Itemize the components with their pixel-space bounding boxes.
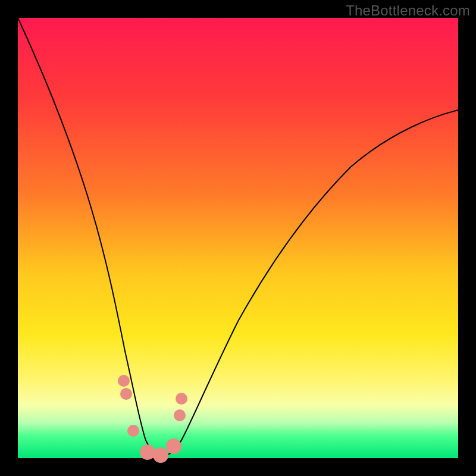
data-marker — [120, 388, 132, 400]
plot-area — [18, 18, 458, 458]
data-marker — [166, 439, 181, 454]
data-marker — [118, 375, 130, 387]
data-marker — [153, 447, 168, 463]
curve-path — [18, 18, 458, 455]
chart-frame: TheBottleneck.com — [0, 0, 476, 476]
data-marker — [174, 409, 186, 421]
watermark-text: TheBottleneck.com — [346, 2, 470, 19]
curve-svg — [18, 18, 458, 458]
data-marker — [127, 425, 139, 437]
data-marker — [176, 393, 187, 405]
